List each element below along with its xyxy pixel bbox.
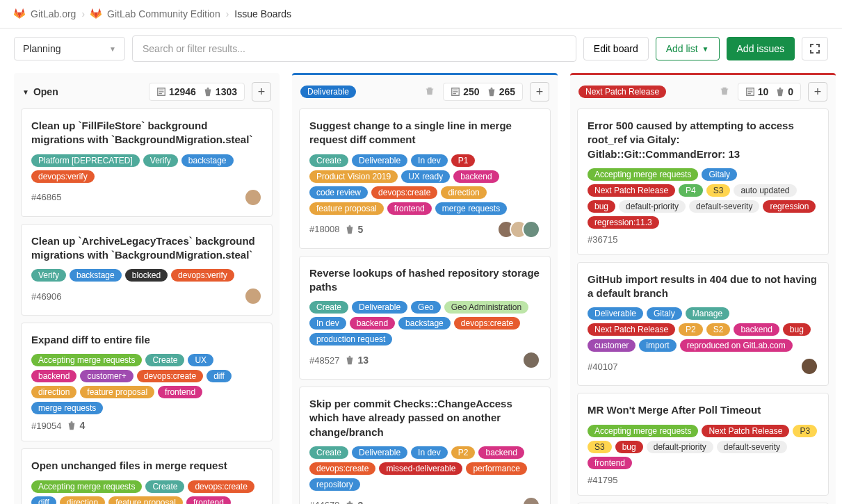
issue-label[interactable]: devops:create [188,480,254,493]
issue-label[interactable]: Verify [31,269,66,282]
issue-label[interactable]: UX [188,354,213,366]
issue-label[interactable]: backend [31,370,76,382]
issue-label[interactable]: repository [309,478,360,491]
issue-label[interactable]: Next Patch Release [588,323,675,336]
issue-label[interactable]: Deliverable [352,446,407,459]
issue-label[interactable]: Product Vision 2019 [309,170,398,183]
issue-label[interactable]: devops:verify [171,269,234,282]
issue-label[interactable]: Create [145,354,184,366]
issue-card[interactable]: Skip per commit Checks::ChangeAccess whi… [299,387,551,504]
issue-label[interactable]: S2 [706,323,731,336]
issue-label[interactable]: diff [31,496,56,505]
issue-card[interactable]: Reverse lookups of hashed repository sto… [299,256,551,380]
issue-label[interactable]: bug [588,200,615,213]
issue-label[interactable]: Geo Administration [444,301,528,314]
issue-label[interactable]: frontend [588,457,632,469]
cards-list[interactable]: Suggest change to a single line in merge… [292,108,558,504]
issue-label[interactable]: merge requests [435,202,507,215]
issue-label[interactable]: bug [615,441,643,453]
issue-label[interactable]: devops:create [454,317,520,330]
issue-label[interactable]: P2 [451,446,476,459]
issue-label[interactable]: default-severity [689,200,759,213]
issue-label[interactable]: Create [309,301,348,314]
issue-label[interactable]: P4 [679,184,703,197]
issue-label[interactable]: Deliverable [352,301,407,314]
edit-board-button[interactable]: Edit board [583,37,649,60]
issue-label[interactable]: P3 [793,425,817,437]
issue-label[interactable]: code review [309,186,368,199]
collapse-caret-icon[interactable]: ▼ [22,88,29,96]
issue-label[interactable]: backend [734,323,779,336]
issue-label[interactable]: missed-deliverable [379,462,462,475]
issue-label[interactable]: import [639,339,676,352]
assignee-avatar[interactable] [244,287,262,305]
assignee-avatar[interactable] [522,220,540,238]
issue-label[interactable]: Create [309,154,348,167]
issue-label[interactable]: frontend [158,386,202,398]
issue-label[interactable]: reproduced on GitLab.com [680,339,793,352]
issue-card[interactable]: Clean up `ArchiveLegacyTraces` backgroun… [21,224,273,316]
issue-label[interactable]: customer [588,339,635,352]
issue-card[interactable]: GitHub import results in 404 due to not … [577,262,829,387]
issue-label[interactable]: Accepting merge requests [588,168,698,181]
issue-label[interactable]: P1 [451,154,476,167]
issue-label[interactable]: frontend [387,202,432,215]
issue-label[interactable]: Accepting merge requests [588,425,698,437]
issue-label[interactable]: Create [309,446,348,459]
issue-label[interactable]: S3 [588,441,612,453]
breadcrumb-project[interactable]: GitLab Community Edition [107,8,220,19]
fullscreen-button[interactable] [802,37,828,60]
issue-label[interactable]: Next Patch Release [702,425,789,437]
issue-label[interactable]: direction [60,496,105,505]
issue-label[interactable]: backend [350,317,395,330]
add-card-button[interactable]: + [808,82,827,101]
issue-label[interactable]: performance [466,462,526,475]
issue-label[interactable]: backend [478,446,524,459]
issue-label[interactable]: auto updated [734,184,796,197]
issue-label[interactable]: direction [441,186,486,199]
issue-label[interactable]: Create [145,480,184,493]
assignee-avatar[interactable] [522,351,540,369]
issue-label[interactable]: S3 [706,184,731,197]
issue-label[interactable]: Manage [686,307,729,320]
issue-label[interactable]: Accepting merge requests [31,480,142,493]
issue-label[interactable]: default-priority [619,200,686,213]
issue-label[interactable]: devops:create [309,462,375,475]
issue-label[interactable]: In dev [411,446,448,459]
issue-label[interactable]: bug [783,323,811,336]
board-selector[interactable]: Planning ▼ [14,37,125,60]
issue-label[interactable]: default-priority [647,441,713,453]
assignee-avatar[interactable] [800,357,818,375]
issue-label[interactable]: feature proposal [309,202,384,215]
issue-label[interactable]: Gitaly [647,307,682,320]
delete-list-button[interactable] [718,85,731,99]
issue-label[interactable]: Next Patch Release [588,184,675,197]
issue-label[interactable]: customer+ [80,370,133,382]
issue-label[interactable]: In dev [309,317,346,330]
add-card-button[interactable]: + [530,82,549,101]
add-card-button[interactable]: + [252,82,271,101]
issue-label[interactable]: P2 [679,323,703,336]
issue-label[interactable]: feature proposal [108,496,183,505]
issue-label[interactable]: Verify [143,154,178,167]
cards-list[interactable]: Error 500 caused by attempting to access… [570,108,836,504]
issue-label[interactable]: regression [763,200,816,213]
issue-label[interactable]: Deliverable [352,154,407,167]
issue-label[interactable]: frontend [186,496,231,505]
search-input[interactable]: Search or filter results... [132,35,576,62]
add-list-button[interactable]: Add list ▼ [656,37,720,60]
issue-label[interactable]: direction [31,386,76,398]
issue-card[interactable]: Expand diff to entire fileAccepting merg… [21,323,273,441]
issue-label[interactable]: blocked [125,269,168,282]
issue-card[interactable]: Suggest change to a single line in merge… [299,108,551,249]
issue-label[interactable]: diff [207,370,232,382]
issue-label[interactable]: default-severity [717,441,787,453]
issue-card[interactable]: Open unchanged files in merge requestAcc… [21,448,273,504]
issue-label[interactable]: backstage [181,154,234,167]
issue-label[interactable]: backend [453,170,499,183]
assignee-avatar[interactable] [522,496,540,504]
assignee-avatar[interactable] [244,188,262,206]
issue-label[interactable]: devops:create [371,186,437,199]
breadcrumb-group[interactable]: GitLab.org [31,8,76,19]
issue-label[interactable]: Deliverable [588,307,643,320]
